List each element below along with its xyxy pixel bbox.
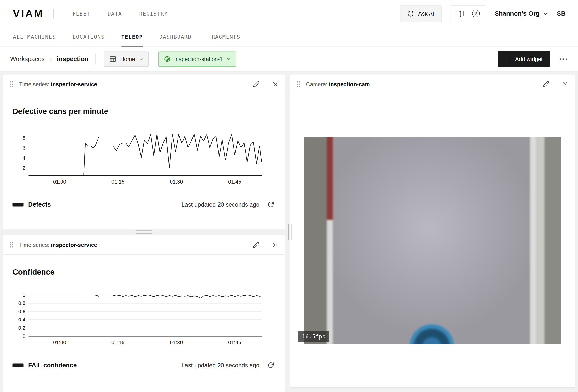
widget-timeseries-defects: Time series: inspector-service [3,74,286,229]
svg-text:01:00: 01:00 [53,340,66,345]
docs-button[interactable] [452,6,468,21]
tab-dashboard[interactable]: DASHBOARD [159,27,192,47]
help-button-group: ? [450,5,486,22]
legend-label: FAIL confidence [28,361,77,369]
machine-selector-label: inspection-station-1 [174,56,223,62]
refresh-button[interactable] [267,362,274,369]
widget-title: Time series: inspector-service [19,242,97,248]
breadcrumb-current[interactable]: inspection [57,55,88,63]
tab-teleop[interactable]: TELEOP [121,27,143,47]
pencil-icon [542,81,550,88]
svg-text:0.8: 0.8 [18,300,25,306]
breadcrumb: Workspaces inspection [10,53,96,64]
last-updated-text: Last updated 20 seconds ago [181,201,259,208]
resize-handle-horizontal[interactable] [136,230,152,234]
refresh-icon [267,362,274,369]
svg-text:4: 4 [23,155,25,161]
close-widget-button[interactable] [272,81,279,88]
widget-header: Camera: inspection-cam [290,75,575,94]
widget-actions [542,81,568,88]
svg-text:01:00: 01:00 [53,179,66,185]
svg-text:6: 6 [23,145,25,150]
tab-all-machines[interactable]: ALL MACHINES [13,27,56,47]
can-object [409,324,454,344]
machine-selector[interactable]: inspection-station-1 [158,51,236,66]
svg-text:01:45: 01:45 [228,179,241,185]
chart-legend: Defects [13,201,51,208]
last-updated-text: Last updated 20 seconds ago [181,362,259,369]
book-icon [456,10,464,17]
nav-item-registry[interactable]: REGISTRY [139,10,168,16]
more-options-button[interactable] [559,56,568,62]
widget-service-name: inspection-cam [329,81,370,87]
fps-badge: 16.5fps [298,332,330,342]
edit-widget-button[interactable] [253,241,260,248]
workspace-selector[interactable]: Home [104,51,149,66]
drag-handle-icon[interactable] [10,81,14,88]
chevron-down-icon [543,11,548,16]
edit-widget-button[interactable] [542,81,550,88]
widget-type-label: Time series: [19,242,49,248]
widget-actions [253,241,279,248]
close-widget-button[interactable] [562,81,568,88]
org-name: Shannon's Org [495,10,539,17]
nav-item-fleet[interactable]: FLEET [73,10,90,16]
last-updated: Last updated 20 seconds ago [181,362,274,369]
chart-title: Defective cans per minute [13,107,276,116]
legend-swatch [13,203,24,206]
widget-body: Defective cans per minute 246801:0001:15… [3,94,285,229]
svg-text:0.2: 0.2 [18,325,25,331]
svg-text:01:15: 01:15 [111,340,124,345]
drag-handle-icon[interactable] [10,242,14,248]
widget-title: Camera: inspection-cam [306,81,370,88]
widget-title: Time series: inspector-service [19,81,97,88]
user-avatar[interactable]: SB [557,10,566,17]
org-selector[interactable]: Shannon's Org [495,10,548,17]
legend-label: Defects [28,201,51,208]
tab-fragments[interactable]: FRAGMENTS [208,27,240,47]
svg-text:2: 2 [23,165,25,171]
refresh-button[interactable] [267,201,274,208]
workspace-selector-label: Home [120,56,135,62]
svg-text:01:30: 01:30 [170,179,183,185]
svg-text:01:15: 01:15 [111,179,124,185]
top-header: VIAM FLEET DATA REGISTRY Ask AI [0,0,578,27]
ask-ai-label: Ask AI [418,10,434,17]
right-column: Camera: inspection-cam [290,74,575,392]
add-widget-button[interactable]: Add widget [498,51,550,67]
ask-ai-button[interactable]: Ask AI [399,5,441,22]
grid-icon [109,55,116,62]
chart-legend: FAIL confidence [13,361,77,369]
tab-locations[interactable]: LOCATIONS [73,27,105,47]
edit-widget-button[interactable] [253,81,260,88]
main-nav: FLEET DATA REGISTRY [73,10,168,16]
camera-video-frame [304,137,561,344]
add-widget-label: Add widget [515,56,543,62]
svg-text:01:30: 01:30 [170,340,183,345]
pencil-icon [253,81,260,88]
widget-header: Time series: inspector-service [3,235,285,255]
camera-body: 16.5fps [290,94,575,388]
close-icon [272,242,279,248]
drag-handle-icon[interactable] [297,81,301,88]
widget-type-label: Camera: [306,81,328,87]
chart-title: Confidence [13,268,276,277]
nav-item-data[interactable]: DATA [108,10,122,16]
pencil-icon [253,241,260,248]
widget-grid: Time series: inspector-service [0,71,578,392]
left-column: Time series: inspector-service [3,74,286,392]
widget-header: Time series: inspector-service [3,75,285,94]
widget-footer: Defects Last updated 20 seconds ago [13,201,276,208]
last-updated: Last updated 20 seconds ago [181,201,274,208]
help-button[interactable]: ? [468,6,484,21]
svg-text:1: 1 [23,292,25,297]
resize-handle-vertical[interactable] [288,224,292,240]
app-root: VIAM FLEET DATA REGISTRY Ask AI [0,0,578,392]
widget-timeseries-confidence: Time series: inspector-service [3,235,286,392]
chevron-down-icon [226,57,231,61]
breadcrumb-workspaces[interactable]: Workspaces [10,55,45,63]
refresh-icon [267,201,274,208]
close-widget-button[interactable] [272,242,279,248]
confidence-line-chart: 00.20.40.60.8101:0001:1501:3001:45 [13,289,265,346]
breadcrumb-divider [96,53,96,64]
